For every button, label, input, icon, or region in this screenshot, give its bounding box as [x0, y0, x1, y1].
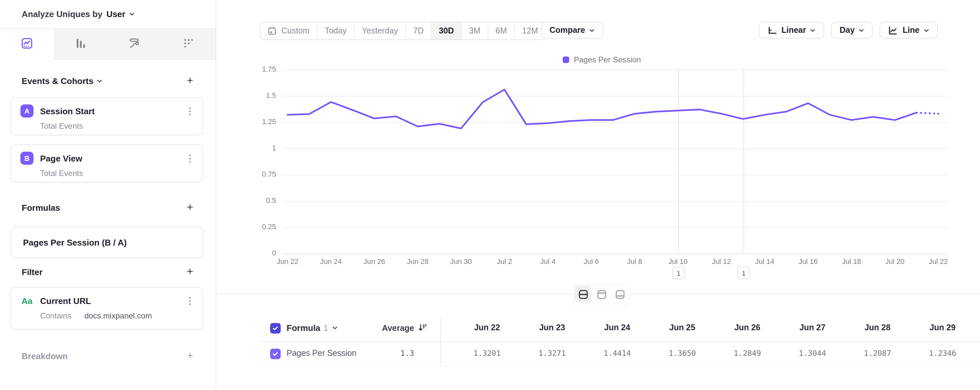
table-cell-value: 1.3201 — [457, 349, 517, 358]
legend-label: Pages Per Session — [574, 55, 641, 64]
chart-line-svg — [216, 0, 980, 302]
y-axis-tick-label: 0.25 — [250, 223, 276, 230]
table-cell-value: 1.2087 — [848, 349, 907, 358]
range-yesterday[interactable]: Yesterday — [355, 22, 406, 40]
calendar-icon — [267, 26, 277, 35]
date-column-header[interactable]: Jun 28 — [848, 323, 907, 332]
chart-type-label: Line — [903, 25, 920, 35]
y-axis-tick-label: 0 — [250, 249, 276, 257]
range-7d[interactable]: 7D — [406, 22, 431, 40]
tab-bar[interactable] — [54, 29, 108, 60]
x-axis-tick-label: Jul 10 — [656, 257, 700, 265]
series-select-all-checkbox[interactable] — [270, 323, 281, 333]
range-today[interactable]: Today — [317, 22, 355, 40]
x-axis-tick-label: Jul 12 — [700, 257, 743, 265]
formula-header-label: Formula — [286, 323, 320, 333]
table-cell-value: 1.3650 — [653, 349, 712, 358]
tab-insights[interactable] — [0, 29, 54, 60]
filter-operator[interactable]: Contains — [40, 311, 71, 320]
series-row-checkbox[interactable] — [270, 349, 281, 359]
kebab-menu-icon[interactable]: ⋮ — [185, 154, 194, 163]
filter-value[interactable]: docs.mixpanel.com — [84, 311, 152, 320]
tab-retention[interactable] — [162, 29, 216, 60]
series-row-average: 1.3 — [335, 349, 414, 358]
chevron-down-icon[interactable] — [129, 11, 134, 17]
compare-button[interactable]: Compare — [541, 22, 603, 39]
chevron-down-icon — [859, 27, 865, 33]
layout-split-button[interactable] — [574, 285, 592, 303]
query-builder-sidebar: Analyze Uniques by User Events & Cohorts… — [0, 0, 216, 390]
event-card-page-view[interactable]: BPage View⋮Total Events — [11, 144, 203, 182]
y-axis-tick-label: 1.75 — [250, 65, 276, 73]
add-event-button[interactable]: + — [187, 76, 193, 86]
x-axis-tick-label: Jul 18 — [830, 257, 873, 265]
annotation-badge[interactable]: 1 — [672, 266, 685, 279]
layout-bottom-icon — [614, 289, 625, 300]
tabbar-border — [54, 59, 216, 60]
event-counting-method[interactable]: Total Events — [40, 122, 83, 131]
events-section-header: Events & Cohorts + — [11, 74, 203, 87]
x-axis-tick-label: Jun 30 — [439, 257, 483, 265]
interval-button[interactable]: Day — [831, 22, 873, 39]
chevron-down-icon — [923, 27, 929, 33]
flows-icon — [128, 36, 141, 52]
range-6m[interactable]: 6M — [488, 22, 515, 40]
breakdown-section-title: Breakdown — [22, 351, 68, 361]
gridline-y — [282, 227, 947, 228]
layout-table-only-button[interactable] — [611, 285, 628, 303]
kebab-menu-icon[interactable]: ⋮ — [185, 106, 194, 116]
date-column-header[interactable]: Jun 22 — [457, 323, 517, 332]
average-column-header[interactable]: Average — [335, 324, 414, 333]
gridline-y — [282, 201, 947, 201]
legend-swatch — [563, 57, 569, 63]
kebab-menu-icon[interactable]: ⋮ — [185, 296, 194, 305]
chevron-down-icon[interactable] — [97, 78, 103, 84]
formula-header-index: 1 — [324, 323, 328, 333]
formula-column-header[interactable]: Formula 1 — [286, 323, 337, 333]
chart-legend[interactable]: Pages Per Session — [563, 55, 641, 64]
gridline-y — [282, 96, 947, 97]
add-breakdown-button[interactable]: + — [187, 350, 193, 361]
layout-toggle-group — [573, 284, 630, 307]
date-column-header[interactable]: Jun 25 — [653, 323, 712, 332]
formula-card[interactable]: Pages Per Session (B / A) — [11, 227, 203, 258]
table-header-separator — [262, 341, 980, 342]
x-axis-tick-label: Jul 22 — [916, 257, 960, 265]
y-axis-tick-label: 0.5 — [250, 196, 276, 204]
gridline-y — [282, 174, 947, 175]
filter-property-name: Current URL — [40, 296, 91, 306]
y-axis-tick-label: 1.25 — [250, 117, 276, 125]
add-filter-button[interactable]: + — [187, 266, 193, 277]
table-column-divider — [441, 318, 441, 363]
event-counting-method[interactable]: Total Events — [40, 169, 83, 178]
add-formula-button[interactable]: + — [187, 202, 193, 213]
annotation-badge[interactable]: 1 — [737, 266, 750, 279]
date-column-header[interactable]: Jun 26 — [718, 323, 777, 332]
mixpanel-insights-app: Analyze Uniques by User Events & Cohorts… — [0, 0, 980, 390]
filter-card[interactable]: Aa Current URL ⋮ Contains docs.mixpanel.… — [11, 287, 203, 330]
y-axis-tick-label: 1 — [250, 144, 276, 152]
chart-type-button[interactable]: Line — [880, 22, 938, 39]
analyze-header: Analyze Uniques by User — [0, 0, 216, 29]
analyze-by-value[interactable]: User — [107, 9, 126, 19]
events-section-title: Events & Cohorts — [22, 76, 93, 86]
date-column-header[interactable]: Jun 29 — [913, 323, 972, 332]
date-column-header[interactable]: Jun 24 — [588, 323, 647, 332]
text-property-icon: Aa — [21, 294, 33, 307]
tab-flows[interactable] — [108, 29, 162, 60]
x-axis-tick-label: Jul 8 — [613, 257, 656, 265]
range-3m[interactable]: 3M — [462, 22, 488, 40]
y-axis-tick-label: 1.5 — [250, 91, 276, 99]
date-column-header[interactable]: Jun 27 — [783, 323, 842, 332]
layout-chart-only-button[interactable] — [593, 285, 610, 303]
range-30d[interactable]: 30D — [431, 22, 462, 40]
sort-descending-icon[interactable] — [418, 323, 427, 332]
range-label: 6M — [496, 26, 507, 35]
y-scale-button[interactable]: Linear — [759, 22, 824, 39]
date-column-header[interactable]: Jun 23 — [523, 323, 582, 332]
range-label: Custom — [281, 26, 310, 35]
event-card-session-start[interactable]: ASession Start⋮Total Events — [11, 97, 203, 135]
annotation-line — [743, 70, 744, 254]
formulas-section-header: Formulas + — [11, 201, 203, 214]
range-custom[interactable]: Custom — [260, 22, 317, 40]
